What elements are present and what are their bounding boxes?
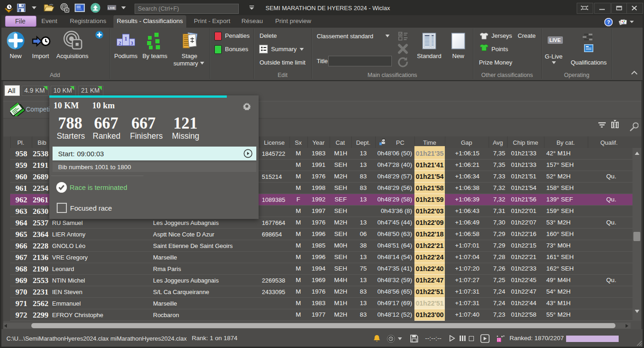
svg-text:3: 3: [130, 40, 133, 46]
svg-text:2: 2: [118, 40, 121, 46]
svg-text:?: ?: [607, 19, 610, 25]
svg-text:1: 1: [124, 35, 127, 42]
